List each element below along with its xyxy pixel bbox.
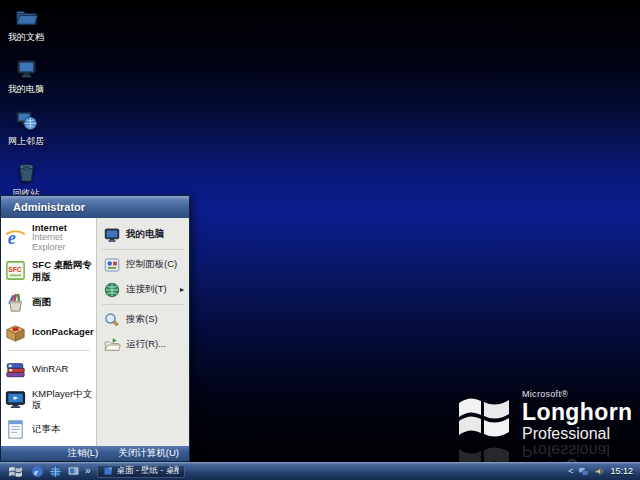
log-off-button[interactable]: 注销(L): [68, 447, 99, 460]
start-menu-right-column: 我的电脑 控制面板(C): [96, 218, 189, 446]
start-menu-header: Administrator: [1, 196, 189, 218]
desktop-icon-my-documents[interactable]: 我的文档: [3, 5, 49, 44]
menu-item-search[interactable]: 搜索(S): [97, 307, 189, 332]
menu-item-internet[interactable]: e Internet Internet Explorer: [1, 221, 96, 254]
taskbar: e » 桌面 - 壁纸 - 桌酷壁... <: [0, 462, 640, 480]
menu-item-notepad[interactable]: 记事本: [1, 414, 96, 444]
sfc-icon: SFC: [4, 259, 27, 282]
menu-item-my-computer[interactable]: 我的电脑: [97, 222, 189, 247]
winrar-icon: [4, 358, 27, 381]
branding-text: Microsoft® Longhorn Professional: [522, 390, 633, 442]
menu-separator: [102, 249, 184, 250]
menu-item-connect-to[interactable]: 连接到(T) ▸: [97, 277, 189, 302]
taskbar-task-button[interactable]: 桌面 - 壁纸 - 桌酷壁...: [97, 465, 185, 478]
desktop-icon-label: 我的文档: [8, 31, 44, 44]
control-panel-icon: [103, 256, 121, 274]
network-places-icon: [15, 109, 38, 132]
iconpackager-icon: [4, 321, 27, 344]
menu-separator: [102, 304, 184, 305]
tray-collapse-chevron[interactable]: <: [568, 466, 573, 476]
system-tray: < 15:12: [568, 466, 635, 477]
start-menu: Administrator e Internet Internet Explor…: [0, 195, 190, 462]
network-icon[interactable]: [578, 466, 589, 477]
menu-separator: [7, 350, 90, 351]
browser-globe-icon[interactable]: [49, 465, 62, 478]
menu-item-winrar[interactable]: WinRAR: [1, 354, 96, 384]
explorer-window-icon: [103, 466, 113, 476]
longhorn-branding: Microsoft® Longhorn Professional: [456, 390, 633, 442]
windows-flag-logo: [456, 391, 512, 441]
my-computer-icon: [103, 226, 121, 244]
connect-to-icon: [103, 281, 121, 299]
start-button[interactable]: [5, 463, 25, 479]
start-menu-footer: 注销(L) 关闭计算机(U): [1, 446, 189, 461]
my-computer-icon: [15, 57, 38, 80]
menu-item-kmplayer[interactable]: KMPlayer中文版: [1, 384, 96, 414]
task-button-title: 桌面 - 壁纸 - 桌酷壁...: [117, 465, 179, 477]
menu-item-control-panel[interactable]: 控制面板(C): [97, 252, 189, 277]
internet-explorer-icon[interactable]: e: [31, 465, 44, 478]
quick-launch: e »: [31, 465, 91, 478]
recycle-bin-icon: [15, 161, 38, 184]
taskbar-clock[interactable]: 15:12: [610, 466, 633, 476]
shut-down-button[interactable]: 关闭计算机(U): [118, 447, 179, 460]
menu-item-run[interactable]: 运行(R)...: [97, 332, 189, 357]
menu-item-sfc[interactable]: SFC SFC 桌酷网专用版: [1, 254, 96, 287]
menu-item-iconpackager[interactable]: IconPackager: [1, 317, 96, 347]
desktop-icon-label: 网上邻居: [8, 135, 44, 148]
run-icon: [103, 336, 121, 354]
start-flag-icon: [8, 465, 23, 478]
notepad-icon: [4, 418, 27, 441]
desktop-icon-label: 我的电脑: [8, 83, 44, 96]
volume-icon[interactable]: [594, 466, 605, 477]
show-desktop-icon[interactable]: [67, 465, 80, 478]
start-menu-body: e Internet Internet Explorer SFC SFC 桌酷网…: [1, 218, 189, 446]
desktop-icon-my-computer[interactable]: 我的电脑: [3, 57, 49, 96]
svg-text:SFC: SFC: [8, 266, 22, 273]
search-icon: [103, 311, 121, 329]
my-documents-icon: [15, 5, 38, 28]
quick-launch-overflow-chevron[interactable]: »: [85, 466, 91, 476]
internet-explorer-icon: e: [4, 226, 27, 249]
kmplayer-icon: [4, 388, 27, 411]
desktop-icon-network-places[interactable]: 网上邻居: [3, 109, 49, 148]
paint-icon: [4, 291, 27, 314]
svg-text:e: e: [34, 467, 38, 476]
branding-maker: Microsoft®: [522, 390, 633, 399]
username: Administrator: [13, 201, 85, 213]
desktop: 我的文档 我的电脑 网上邻居 回收站: [0, 0, 640, 480]
menu-item-paint[interactable]: 画图: [1, 287, 96, 317]
branding-edition: Professional: [522, 426, 633, 442]
start-menu-left-column: e Internet Internet Explorer SFC SFC 桌酷网…: [1, 218, 96, 446]
branding-name: Longhorn: [522, 401, 633, 424]
submenu-arrow-icon: ▸: [180, 285, 184, 294]
